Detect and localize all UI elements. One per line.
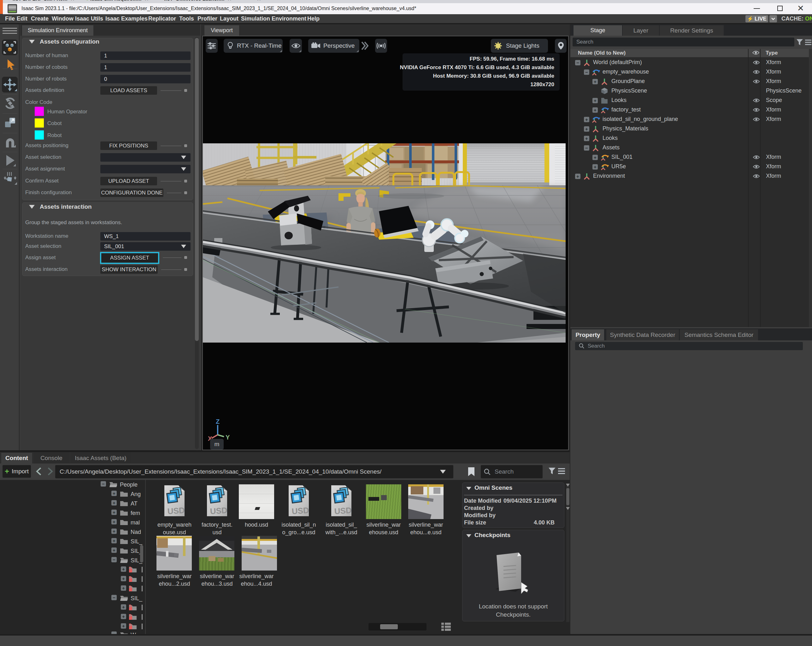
svg-text:Y: Y — [226, 434, 230, 441]
svg-text:Z: Z — [216, 418, 220, 425]
